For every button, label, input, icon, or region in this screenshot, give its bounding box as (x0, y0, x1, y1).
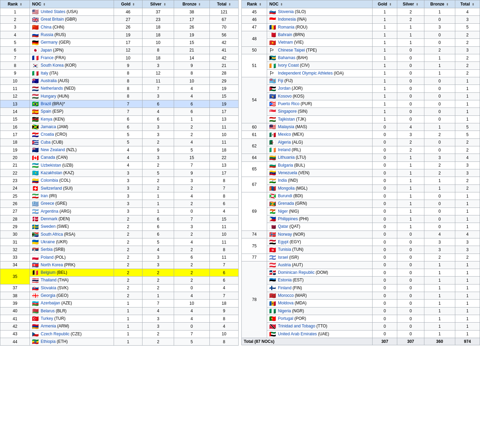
noc-link[interactable]: India (278, 178, 287, 183)
noc-link[interactable]: Belarus (41, 309, 55, 313)
noc-link[interactable]: Kosovo (278, 94, 292, 99)
noc-link[interactable]: Canada (41, 155, 55, 160)
silver-col-header-right[interactable]: Silver ⇕ (397, 0, 424, 8)
noc-link[interactable]: Serbia (41, 247, 53, 252)
noc-link[interactable]: Ethiopia (41, 339, 55, 344)
noc-link[interactable]: Germany (41, 40, 57, 45)
noc-link[interactable]: Brazil (41, 101, 51, 106)
noc-link[interactable]: Mongolia (278, 186, 295, 191)
total-col-header-right[interactable]: Total ⇕ (455, 0, 480, 8)
noc-link[interactable]: Kazakhstan (41, 170, 62, 175)
noc-link[interactable]: Japan (41, 48, 52, 53)
noc-link[interactable]: Fiji (278, 78, 283, 83)
noc-link[interactable]: Estonia (278, 278, 292, 282)
noc-link[interactable]: Grenada (278, 201, 294, 206)
rank-col-header-right[interactable]: Rank ⇕ (242, 0, 267, 8)
noc-link[interactable]: United States (41, 9, 65, 14)
noc-link[interactable]: Bahrain (278, 32, 292, 37)
noc-link[interactable]: Dominican Republic (278, 270, 315, 275)
noc-link[interactable]: Iran (41, 193, 48, 198)
noc-link[interactable]: Netherlands (41, 86, 63, 91)
noc-link[interactable]: Romania (278, 25, 294, 30)
noc-link[interactable]: Sweden (41, 224, 55, 229)
noc-link[interactable]: Italy (41, 71, 48, 76)
noc-link[interactable]: Czech Republic (41, 332, 69, 336)
bronze-col-header-right[interactable]: Bronze ⇕ (424, 0, 455, 8)
noc-link[interactable]: Jamaica (41, 124, 56, 129)
silver-col-header-left[interactable]: Silver ⇕ (142, 0, 174, 8)
noc-link[interactable]: Austria (278, 262, 290, 267)
noc-link[interactable]: Finland (278, 285, 291, 290)
noc-link[interactable]: Philippines (278, 216, 298, 221)
noc-link[interactable]: Bulgaria (278, 163, 293, 168)
noc-link[interactable]: Croatia (41, 132, 54, 137)
noc-link[interactable]: Bahamas (278, 55, 295, 60)
noc-link[interactable]: Qatar (278, 224, 288, 229)
noc-link[interactable]: Malaysia (278, 124, 294, 129)
noc-link[interactable]: Trinidad and Tobago (278, 324, 315, 328)
noc-link[interactable]: Switzerland (41, 186, 62, 191)
noc-link[interactable]: Cuba (41, 140, 50, 145)
noc-link[interactable]: Kenya (41, 117, 52, 122)
noc-link[interactable]: Colombia (41, 178, 58, 183)
noc-link[interactable]: Denmark (41, 216, 57, 221)
noc-link[interactable]: Mexico (278, 132, 291, 137)
rank-col-header-left[interactable]: Rank ⇕ (0, 0, 30, 8)
noc-link[interactable]: North Korea (41, 262, 63, 267)
noc-link[interactable]: Thailand (41, 278, 56, 282)
noc-link[interactable]: China (41, 25, 51, 30)
noc-link[interactable]: Algeria (278, 140, 290, 145)
noc-link[interactable]: Ireland (278, 147, 290, 152)
noc-link[interactable]: Norway (278, 232, 292, 237)
noc-link[interactable]: Independent Olympic Athletes (278, 71, 332, 76)
noc-link[interactable]: Tunisia (278, 247, 291, 252)
noc-link[interactable]: Portugal (278, 316, 293, 321)
noc-link[interactable]: Puerto Rico (278, 101, 299, 106)
noc-link[interactable]: Singapore (278, 109, 297, 114)
noc-link[interactable]: Venezuela (278, 170, 297, 175)
noc-link[interactable]: Chinese Taipei (278, 48, 305, 53)
noc-link[interactable]: Morocco (278, 293, 294, 298)
noc-link[interactable]: South Africa (41, 232, 63, 237)
noc-link[interactable]: Belgium (41, 270, 55, 275)
noc-link[interactable]: Slovenia (278, 9, 294, 14)
noc-link[interactable]: Armenia (41, 324, 56, 328)
noc-link[interactable]: South Korea (41, 63, 64, 68)
noc-link[interactable]: Greece (41, 201, 54, 206)
noc-link[interactable]: Egypt (278, 239, 288, 244)
noc-cell: 🇬🇩Grenada (GRN) (267, 200, 373, 208)
noc-col-header-right[interactable]: NOC ⇕ (267, 0, 373, 8)
gold-col-header-left[interactable]: Gold ⇕ (114, 0, 142, 8)
noc-link[interactable]: Niger (278, 209, 288, 214)
noc-link[interactable]: Australia (41, 78, 57, 83)
noc-link[interactable]: Spain (41, 109, 51, 114)
noc-link[interactable]: Georgia (41, 293, 55, 298)
noc-link[interactable]: United Arab Emirates (278, 332, 317, 336)
noc-link[interactable]: New Zealand (41, 147, 65, 152)
noc-link[interactable]: Ivory Coast (278, 63, 299, 68)
noc-link[interactable]: Lithuania (278, 155, 295, 160)
noc-link[interactable]: Slovakia (41, 285, 56, 290)
noc-col-header-left[interactable]: NOC ⇕ (30, 0, 114, 8)
bronze-col-header-left[interactable]: Bronze ⇕ (174, 0, 209, 8)
noc-link[interactable]: Poland (41, 255, 53, 260)
noc-link[interactable]: Ukraine (41, 239, 55, 244)
noc-link[interactable]: Argentina (41, 209, 58, 214)
noc-link[interactable]: Vietnam (278, 40, 293, 45)
noc-link[interactable]: Russia (41, 32, 53, 37)
noc-link[interactable]: Israel (278, 255, 288, 260)
total-col-header-left[interactable]: Total ⇕ (209, 0, 238, 8)
noc-link[interactable]: France (41, 55, 53, 60)
noc-link[interactable]: Turkey (41, 316, 53, 321)
noc-link[interactable]: Great Britain (41, 17, 64, 22)
noc-link[interactable]: Indonesia (278, 17, 296, 22)
noc-link[interactable]: Jordan (278, 86, 290, 91)
noc-link[interactable]: Moldova (278, 301, 293, 305)
noc-link[interactable]: Burundi (278, 193, 292, 198)
noc-link[interactable]: Hungary (41, 94, 56, 99)
noc-link[interactable]: Nigeria (278, 309, 291, 313)
noc-link[interactable]: Uzbekistan (41, 163, 61, 168)
noc-link[interactable]: Azerbaijan (41, 301, 60, 305)
gold-col-header-right[interactable]: Gold ⇕ (373, 0, 397, 8)
noc-link[interactable]: Tajikistan (278, 117, 295, 122)
